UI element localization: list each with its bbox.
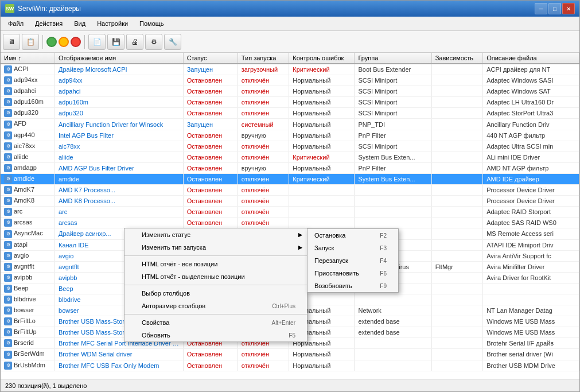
table-row[interactable]: ⚙adp94xxadp94xxОстановленотключёнНормаль… bbox=[1, 75, 579, 86]
table-cell bbox=[483, 294, 579, 305]
sub-start-label: Запуск bbox=[314, 244, 334, 251]
sub-resume-label: Возобновить bbox=[314, 282, 352, 289]
table-cell: AMD K8 Processo... bbox=[55, 196, 184, 207]
toolbar-btn-4[interactable]: 💾 bbox=[107, 34, 124, 50]
ctx-autosize[interactable]: Авторазмер столбцов Ctrl+Plus bbox=[124, 300, 307, 312]
col-startup[interactable]: Тип запуска bbox=[238, 53, 289, 64]
sub-start-key: F3 bbox=[380, 245, 387, 251]
menu-view[interactable]: Вид bbox=[69, 18, 91, 29]
sub-resume[interactable]: Возобновить F9 bbox=[307, 280, 398, 292]
ctx-col-select[interactable]: Выбор столбцов bbox=[124, 287, 307, 300]
menu-file[interactable]: Файл bbox=[3, 18, 29, 29]
ctx-html-selected[interactable]: HTML отчёт - выделенные позиции bbox=[124, 270, 307, 283]
table-row[interactable]: ⚙BrUsbMdmBrother MFC USB Fax Only ModemО… bbox=[1, 360, 579, 371]
row-icon: ⚙ bbox=[4, 328, 12, 336]
col-display[interactable]: Отображаемое имя bbox=[55, 53, 184, 64]
table-row[interactable]: ⚙ACPIДрайвер Microsoft ACPIЗапущензагруз… bbox=[1, 64, 579, 75]
table-row[interactable]: ⚙adpu160madpu160mОстановленотключёнНорма… bbox=[1, 97, 579, 108]
sub-stop[interactable]: Остановка F2 bbox=[307, 229, 398, 242]
col-group[interactable]: Группа bbox=[355, 53, 431, 64]
maximize-button[interactable]: □ bbox=[548, 3, 561, 14]
ctx-submenu-arrow: ▶ bbox=[298, 232, 302, 238]
table-cell bbox=[355, 338, 431, 349]
menu-actions[interactable]: Действия bbox=[30, 18, 68, 29]
table-cell bbox=[431, 239, 482, 250]
table-row[interactable]: ⚙arcarcОстановленотключёнAdaptec RAID St… bbox=[1, 207, 579, 218]
sub-start[interactable]: Запуск F3 bbox=[307, 242, 398, 254]
col-name[interactable]: Имя ↑ bbox=[1, 53, 55, 64]
table-row[interactable]: ⚙AmdK7AMD K7 Processo...Остановленотключ… bbox=[1, 185, 579, 196]
table-row[interactable]: ⚙AFDAncilliary Function Driver for Winso… bbox=[1, 119, 579, 130]
status-bar: 230 позиция(й), 1 выделено bbox=[1, 379, 579, 391]
status-yellow-circle[interactable] bbox=[59, 37, 69, 47]
table-cell bbox=[431, 294, 482, 305]
table-cell: Запущен bbox=[183, 119, 238, 130]
table-cell bbox=[355, 294, 431, 305]
row-icon: ⚙ bbox=[4, 131, 12, 139]
ctx-autosize-shortcut: Ctrl+Plus bbox=[272, 303, 295, 309]
table-cell: Adaptec Windows SAT bbox=[483, 86, 579, 97]
table-cell: ⚙amdagp bbox=[1, 162, 55, 173]
toolbar-btn-5[interactable]: 🖨 bbox=[126, 34, 143, 50]
col-dep[interactable]: Зависимость bbox=[431, 53, 482, 64]
status-red-circle[interactable] bbox=[71, 37, 81, 47]
table-cell bbox=[431, 173, 482, 184]
col-error[interactable]: Контроль ошибок bbox=[289, 53, 355, 64]
table-cell: Brother USB MDM Drive bbox=[483, 360, 579, 371]
ctx-refresh-shortcut: F5 bbox=[289, 332, 295, 339]
table-cell: Windows ME USB Mass bbox=[483, 327, 579, 338]
ctx-properties[interactable]: Свойства Alt+Enter bbox=[124, 316, 307, 329]
table-cell: adpu160m bbox=[55, 97, 184, 108]
table-cell bbox=[431, 327, 482, 338]
menubar: Файл Действия Вид Настройки Помощь bbox=[1, 17, 579, 31]
col-status[interactable]: Статус bbox=[183, 53, 238, 64]
table-row[interactable]: ⚙BrSerWdmBrother WDM Serial driverОстано… bbox=[1, 349, 579, 360]
ctx-change-status[interactable]: Изменить статус ▶ Остановка F2 Запуск F3… bbox=[124, 228, 307, 241]
ctx-html-all[interactable]: HTML отчёт - все позиции bbox=[124, 258, 307, 270]
table-row[interactable]: ⚙amdagpAMD AGP Bus Filter DriverОстановл… bbox=[1, 162, 579, 173]
table-row[interactable]: ⚙aliidealiideОстановленотключёнКритическ… bbox=[1, 152, 579, 162]
sub-restart[interactable]: Перезапуск F4 bbox=[307, 254, 398, 267]
table-cell bbox=[431, 97, 482, 108]
row-icon: ⚙ bbox=[4, 65, 12, 73]
toolbar-btn-7[interactable]: 🔧 bbox=[164, 34, 181, 50]
table-row[interactable]: ⚙arcsasarcsasОстановленотключёнAdaptec S… bbox=[1, 218, 579, 228]
toolbar-btn-3[interactable]: 📄 bbox=[88, 34, 106, 50]
table-cell: ⚙adpu160m bbox=[1, 97, 55, 108]
table-cell bbox=[431, 185, 482, 196]
ctx-html-all-label: HTML отчёт - все позиции bbox=[142, 261, 217, 267]
status-green-circle[interactable] bbox=[46, 37, 57, 47]
ctx-sep-3 bbox=[124, 314, 307, 315]
close-button[interactable]: ✕ bbox=[562, 3, 575, 14]
table-cell: ATAPI IDE Miniport Driv bbox=[483, 239, 579, 250]
menu-settings[interactable]: Настройки bbox=[92, 18, 133, 29]
table-cell: SCSI Miniport bbox=[355, 108, 431, 119]
table-row[interactable]: ⚙AmdK8AMD K8 Processo...Остановленотключ… bbox=[1, 196, 579, 207]
table-cell: отключён bbox=[238, 185, 289, 196]
table-cell: загрузочный bbox=[238, 64, 289, 75]
toolbar-btn-2[interactable]: 📋 bbox=[22, 34, 39, 50]
sub-pause[interactable]: Приостановить F6 bbox=[307, 267, 398, 280]
table-row[interactable]: ⚙adpahciadpahciОстановленотключёнНормаль… bbox=[1, 86, 579, 97]
table-cell: Adaptec SAS RAID WS0 bbox=[483, 218, 579, 228]
table-row[interactable]: ⚙aic78xxaic78xxОстановленотключёнНормаль… bbox=[1, 141, 579, 152]
table-row[interactable]: ⚙adpu320adpu320ОстановленотключёнНормаль… bbox=[1, 108, 579, 119]
table-cell: ⚙avipbb bbox=[1, 272, 55, 283]
table-cell: Adaptec Ultra SCSI min bbox=[483, 141, 579, 152]
ctx-sep-1 bbox=[124, 255, 307, 256]
context-menu: Изменить статус ▶ Остановка F2 Запуск F3… bbox=[124, 228, 307, 342]
menu-help[interactable]: Помощь bbox=[134, 18, 169, 29]
ctx-change-startup[interactable]: Изменить тип запуска ▶ bbox=[124, 241, 307, 254]
toolbar-btn-1[interactable]: 🖥 bbox=[3, 34, 20, 50]
table-row[interactable]: ⚙agp440Intel AGP Bus FilterОстановленвру… bbox=[1, 130, 579, 141]
ctx-refresh[interactable]: Обновить F5 bbox=[124, 329, 307, 341]
table-cell: Нормальный bbox=[289, 108, 355, 119]
toolbar-btn-6[interactable]: ⚙ bbox=[145, 34, 162, 50]
table-row[interactable]: ⚙amdideamdideОстановленотключёнКритическ… bbox=[1, 173, 579, 184]
table-cell: вручную bbox=[238, 130, 289, 141]
col-desc[interactable]: Описание файла bbox=[483, 53, 579, 64]
ctx-autosize-label: Авторазмер столбцов bbox=[142, 302, 205, 309]
row-icon: ⚙ bbox=[4, 241, 12, 249]
table-cell: SCSI Miniport bbox=[355, 75, 431, 86]
minimize-button[interactable]: ─ bbox=[535, 3, 547, 14]
